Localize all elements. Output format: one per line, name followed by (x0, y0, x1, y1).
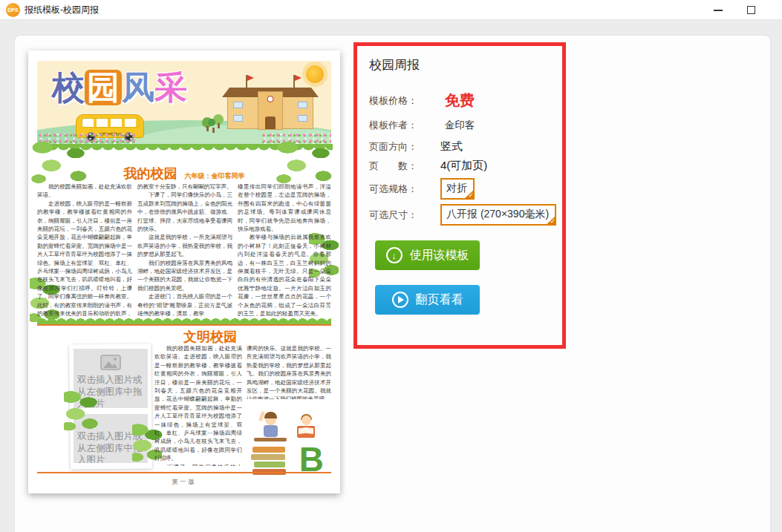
minimize-button[interactable] (706, 0, 730, 20)
girl-head (302, 416, 311, 425)
article-column: 楼里传出同学们郎朗地读书声，洋溢在整个校园里，左边是宽阔的操场，外围有四百米的跑… (238, 183, 331, 316)
article-column: 课间的快乐。这就是我的学校。一所充满期望与欢声笑语的小学，我热爱我的学校，我的梦… (247, 344, 331, 399)
maximize-button[interactable] (740, 0, 763, 20)
article-column: 我的校园美丽如画，处处充满欢歌笑语。 走进校园，映入眼帘的是一幢崭新的教学楼，教… (37, 183, 132, 316)
building-window (233, 115, 243, 122)
spec-row: 可选规格： 对折 (369, 178, 475, 200)
dps-app-icon: DPS (6, 3, 20, 17)
size-row: 可选尺寸： 八开报 (270×390毫米) (369, 204, 556, 226)
red-flag-icon (293, 75, 295, 88)
masthead-banner: school bus 校园风采 (37, 61, 331, 147)
price-row: 模板价格： 免费 (369, 91, 475, 111)
orientation-label: 页面方向： (369, 140, 440, 154)
pages-label: 页 数： (369, 160, 440, 173)
masthead-char: 风 (122, 69, 154, 105)
building-window (233, 102, 243, 108)
author-row: 模板作者： 金印客 (369, 119, 475, 132)
price-label: 模板价格： (369, 94, 440, 108)
template-name: 校园周报 (369, 56, 420, 73)
pages-row: 页 数： 4(可加页) (369, 159, 487, 173)
building-window (298, 102, 307, 108)
template-preview-page: school bus 校园风采 我的校园六年级：金印客同学 我的校园美丽如画，处… (28, 50, 340, 493)
desk-graphic (254, 438, 287, 441)
section2-title: 文明校园 (125, 328, 296, 346)
maximize-icon (747, 6, 755, 14)
section1-title: 我的校园 (124, 166, 177, 181)
section1-heading: 我的校园六年级：金印客同学 (28, 165, 340, 183)
building-entrance (258, 91, 283, 130)
masthead-char: 园 (85, 70, 122, 105)
orientation-value: 竖式 (440, 139, 463, 154)
book-graphic (251, 454, 285, 460)
flip-pages-button[interactable]: 翻页看看 (375, 285, 480, 315)
article-column: 我的校园美丽如画，处处充满欢歌笑语。走进校园，映入眼帘的是一幢崭新的教学楼，教学… (154, 344, 242, 466)
sun-icon (306, 65, 324, 83)
masthead-char: 校 (52, 69, 85, 105)
close-button[interactable]: ✕ (772, 0, 782, 20)
newspaper-masthead-title: 校园风采 (52, 70, 187, 105)
book-graphic (254, 462, 285, 467)
size-label: 可选尺寸： (369, 208, 440, 222)
size-option-selector[interactable]: 八开报 (270×390毫米) (440, 204, 556, 226)
use-template-label: 使用该模板 (410, 248, 469, 263)
boy-hair (264, 412, 277, 418)
school-building-graphic (227, 96, 313, 129)
image-placeholder-icon (100, 355, 121, 370)
title-bar: DPS 报纸模板-校园周报 ✕ (0, 0, 782, 20)
window-title: 报纸模板-校园周报 (25, 0, 99, 20)
footer-line (37, 472, 331, 473)
play-icon (392, 292, 408, 308)
page-number-label: 第一版 (28, 478, 340, 486)
flip-pages-label: 翻页看看 (416, 292, 463, 308)
author-value: 金印客 (445, 119, 475, 132)
book-stack-graphic (252, 445, 287, 475)
book-graphic (252, 447, 285, 453)
masthead-char: 采 (154, 69, 187, 105)
author-label: 模板作者： (369, 119, 440, 132)
book-graphic (297, 426, 315, 438)
building-window (298, 115, 307, 122)
kids-illustration: B (250, 411, 324, 475)
minimize-icon (714, 10, 723, 11)
pages-value: 4(可加页) (440, 159, 487, 173)
use-template-button[interactable]: 使用该模板 (375, 240, 480, 270)
section1-byline: 六年级：金印客同学 (185, 172, 245, 180)
building-door (265, 116, 276, 129)
spec-option-selector[interactable]: 对折 (440, 178, 475, 200)
leaf-decoration (64, 388, 98, 433)
tree-graphic (208, 119, 215, 126)
clock-icon (267, 96, 274, 102)
separator-line (37, 324, 331, 326)
download-icon (386, 247, 403, 263)
grass-separator (37, 315, 331, 324)
spec-label: 可选规格： (369, 183, 440, 196)
bus-windows (82, 118, 140, 128)
red-flag-icon (246, 75, 247, 88)
template-info-panel: 校园周报 模板价格： 免费 模板作者： 金印客 页面方向： 竖式 页 数： 4(… (357, 46, 562, 345)
price-value: 免费 (445, 91, 475, 111)
boy-body (264, 425, 278, 437)
article-column: 的教室十分安静，只有唰唰的写字声。 下课了，同学们像快乐的小鸟，三五成群来到宽阔… (137, 183, 232, 316)
orientation-row: 页面方向： 竖式 (369, 139, 463, 154)
